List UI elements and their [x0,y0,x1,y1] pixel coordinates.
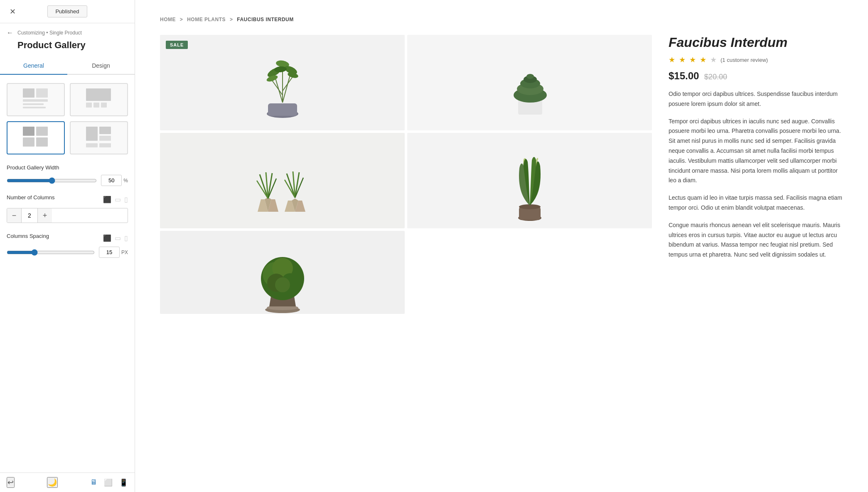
svg-rect-19 [268,103,297,116]
sale-badge: SALE [166,41,188,49]
svg-rect-4 [36,88,48,98]
svg-rect-7 [93,103,99,108]
layout-icon-4 [84,125,113,151]
columns-spacing-label: Columns Spacing [7,233,49,239]
gallery-width-label: Product Gallery Width [7,164,128,171]
spacing-desktop-icon[interactable]: ⬛ [103,234,111,242]
svg-point-56 [519,204,541,209]
svg-rect-6 [86,103,92,108]
gallery-width-section: Product Gallery Width % [7,164,128,186]
svg-point-37 [526,74,534,79]
svg-rect-9 [23,127,34,136]
gallery-cell-5[interactable] [160,231,405,314]
svg-rect-11 [23,137,34,147]
breadcrumb-sep2: > [230,17,233,22]
published-button[interactable]: Published [47,5,87,17]
product-area: SALE [160,35,843,314]
layout-icon-3 [21,125,50,151]
layout-option-4[interactable] [70,121,128,154]
mobile-device-icon[interactable]: ▯ [124,196,128,203]
svg-point-66 [275,277,290,292]
device-bottom-icons: 🖥 ⬜ 📱 [90,478,128,487]
breadcrumb-sep1: > [180,17,183,22]
nav-back: ← Customizing • Single Product [0,23,135,38]
columns-spacing-section: Columns Spacing ⬛ ▭ ▯ PX [7,233,128,258]
product-desc-1: Odio tempor orci dapibus ultrices. Suspe… [669,89,843,109]
svg-rect-2 [23,103,44,105]
columns-spacing-input[interactable] [99,247,120,258]
layout-icon-1 [21,87,50,113]
device-icons: ⬛ ▭ ▯ [103,196,128,203]
gallery-width-row: % [7,175,128,186]
star-2: ★ [679,55,686,64]
product-info: Faucibus Interdum ★ ★ ★ ★ ★ (1 customer … [669,35,843,267]
breadcrumb-home[interactable]: HOME [160,17,176,22]
columns-increase-button[interactable]: + [38,208,52,223]
breadcrumb-category[interactable]: HOME PLANTS [187,17,226,22]
layout-option-2[interactable] [70,83,128,116]
breadcrumb-current: FAUCIBUS INTERDUM [237,17,294,22]
columns-spacing-row: PX [7,247,128,258]
desktop-preview-icon[interactable]: 🖥 [90,478,97,487]
tablet-device-icon[interactable]: ▭ [115,196,121,203]
gallery-width-unit: % [123,178,128,184]
svg-rect-17 [99,143,111,147]
layout-option-3[interactable] [7,121,65,154]
rating-row: ★ ★ ★ ★ ★ (1 customer review) [669,55,843,64]
svg-rect-12 [36,137,48,147]
svg-rect-14 [99,127,111,134]
svg-rect-16 [86,143,98,147]
columns-decrease-button[interactable]: − [7,208,21,223]
tab-design[interactable]: Design [67,57,135,75]
preview-area: HOME > HOME PLANTS > FAUCIBUS INTERDUM S… [135,0,868,492]
svg-rect-5 [86,88,111,101]
svg-rect-13 [86,127,98,141]
svg-line-22 [283,72,291,103]
spacing-tablet-icon[interactable]: ▭ [115,234,121,242]
svg-rect-3 [23,107,46,108]
review-count[interactable]: (1 customer review) [720,57,768,63]
gallery-width-input[interactable] [101,175,122,186]
section-title: Product Gallery [0,38,135,57]
price-row: $15.00 $20.00 [669,70,843,82]
star-5: ★ [710,55,717,64]
product-desc-2: Tempor orci dapibus ultrices in iaculis … [669,117,843,186]
star-1: ★ [669,55,676,64]
original-price: $20.00 [704,73,727,81]
svg-line-24 [283,76,293,91]
columns-spacing-slider[interactable] [7,249,95,256]
product-desc-4: Congue mauris rhoncus aenean vel elit sc… [669,220,843,260]
columns-header: Number of Columns ⬛ ▭ ▯ [7,194,128,205]
columns-spacing-header: Columns Spacing ⬛ ▭ ▯ [7,233,128,243]
columns-spacing-unit: PX [121,250,128,255]
sidebar-content: Product Gallery Width % Number of Column… [0,75,135,472]
gallery-cell-2[interactable] [407,35,652,130]
gallery-cell-1[interactable]: SALE [160,35,405,130]
back-button[interactable]: ← [7,29,13,37]
gallery-cell-3[interactable] [160,133,405,228]
mobile-preview-icon[interactable]: 📱 [119,478,128,487]
gallery-cell-4[interactable] [407,133,652,228]
current-price: $15.00 [669,70,699,81]
product-title: Faucibus Interdum [669,35,843,50]
layout-option-1[interactable] [7,83,65,116]
tab-general[interactable]: General [0,57,67,75]
desktop-device-icon[interactable]: ⬛ [103,196,111,203]
svg-rect-0 [23,88,34,98]
close-icon: ✕ [10,7,16,16]
columns-label: Number of Columns [7,194,55,201]
columns-value: 2 [21,208,38,223]
svg-rect-8 [101,103,107,108]
breadcrumb-text: Customizing • Single Product [17,30,82,36]
close-button[interactable]: ✕ [7,6,18,17]
undo-button[interactable]: ↩ [7,477,15,488]
spacing-mobile-icon[interactable]: ▯ [124,234,128,242]
tablet-preview-icon[interactable]: ⬜ [104,478,113,487]
layout-options [7,83,128,154]
spacing-device-icons: ⬛ ▭ ▯ [103,234,128,242]
columns-section: Number of Columns ⬛ ▭ ▯ − 2 + [7,194,128,223]
gallery-width-slider[interactable] [7,177,97,184]
bottom-bar: ↩ 🌙 🖥 ⬜ 📱 [0,472,135,492]
gallery-grid: SALE [160,35,652,314]
dark-mode-button[interactable]: 🌙 [47,477,58,488]
